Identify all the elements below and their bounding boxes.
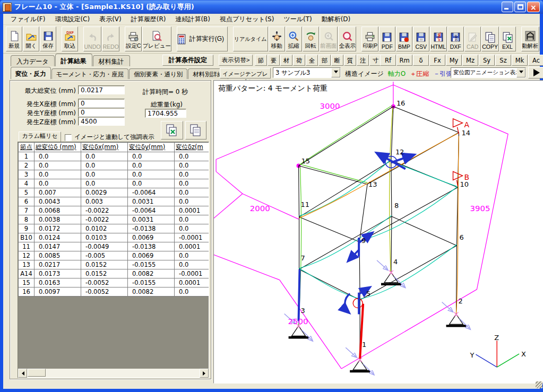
table-row[interactable]: 60.00430.0030.00310.0 [19, 197, 210, 206]
title-bar[interactable]: フレーム10 - 立体 - [Sample1.KS10] (読み取り専用) × [0, 0, 543, 14]
table-row[interactable]: 80.0038-0.00220.00310.0 [19, 215, 210, 224]
resize-grip[interactable] [536, 381, 542, 388]
toolbar-button-import-dxf[interactable]: DXF取込 [62, 27, 78, 51]
table-row[interactable]: 30.00.00.00.0 [19, 170, 210, 179]
table-header[interactable]: 節点 [19, 143, 35, 152]
tab-result-1[interactable]: モーメント・応力・座屈 [51, 68, 129, 79]
table-row[interactable]: 120.0085-0.0050.00690.0 [19, 251, 210, 260]
toggle-Ac[interactable]: Ac [528, 55, 543, 66]
table-horizontal-scrollbar[interactable] [18, 369, 209, 378]
toolbar-button-floppy-pdf[interactable]: PDF [379, 27, 395, 51]
menu-item-ファイルF[interactable]: ファイル(F) [6, 14, 49, 25]
toggle-Rf[interactable]: Rf [380, 55, 396, 66]
copy-table-button[interactable] [185, 121, 206, 140]
toggle-Mk[interactable]: Mk [512, 55, 528, 66]
toolbar-button-hand-move[interactable]: 移動 [269, 27, 285, 51]
toolbar-button-printer[interactable]: 印刷P [361, 27, 378, 51]
tab-main-0[interactable]: 入力データ [11, 55, 55, 66]
menu-item-動解析D[interactable]: 動解析(D) [317, 14, 355, 25]
table-row[interactable]: B100.01240.01030.0069-0.0001 [19, 233, 210, 242]
toolbar-button-floppy-csv[interactable]: CSV [413, 27, 429, 51]
total-weight-field[interactable]: 1704.955 [145, 109, 186, 118]
calc-settings-button[interactable]: 計算条件設定 [162, 55, 213, 66]
toggle-全[interactable]: 全 [306, 55, 318, 66]
y-coordinate-field[interactable]: 0 [78, 108, 125, 117]
toolbar-button-printer-settings[interactable]: 設定C [125, 27, 142, 51]
tab-result-2[interactable]: 個別要素・通り別 [129, 68, 187, 79]
toolbar-button-floppy-dxf[interactable]: DXFDXF [447, 27, 464, 51]
toolbar-button-zoom-all[interactable]: 全表示 [338, 27, 356, 51]
tab-main-2[interactable]: 材料集計 [93, 55, 130, 66]
menu-item-ツールT[interactable]: ツール(T) [279, 14, 316, 25]
table-row[interactable]: 50.0070.0029-0.00640.0 [19, 188, 210, 197]
toolbar-button-calculator[interactable]: 計算実行(G) [177, 27, 228, 51]
scroll-right-button[interactable] [200, 369, 209, 378]
toggle-節[interactable]: 節 [255, 55, 267, 66]
table-row[interactable]: 160.0097-0.00520.00820.0 [19, 288, 210, 297]
toggle-荷[interactable]: 荷 [293, 55, 305, 66]
animation-mode-combo[interactable]: 変位図アニメーション表示 [451, 67, 526, 78]
tab-result-0[interactable]: 変位・反力 [11, 67, 51, 79]
toggle-質[interactable]: 質 [344, 55, 356, 66]
toolbar-button-new-document[interactable]: 新規 [6, 27, 22, 51]
toggle-Sz[interactable]: Sz [495, 55, 511, 66]
toolbar-button-excel-copy[interactable]: EXL [499, 27, 516, 51]
table-header[interactable]: 総変位δ (mm) [35, 143, 81, 152]
table-row[interactable]: 150.0163-0.0052-0.01550.0001 [19, 278, 210, 288]
max-displacement-field[interactable]: 0.0217 [78, 85, 125, 94]
menu-item-環境設定C[interactable]: 環境設定(C) [50, 14, 94, 25]
table-header[interactable]: 変位δx(mm) [81, 143, 128, 152]
menu-item-連続計算B[interactable]: 連続計算(B) [171, 14, 214, 25]
image-template-combo[interactable]: 3 サンプル3 [273, 67, 341, 78]
toggle-要[interactable]: 要 [268, 55, 280, 66]
scrollbar-thumb[interactable] [28, 369, 46, 377]
toggle-部[interactable]: 部 [318, 55, 331, 66]
table-header[interactable]: 変位δy(mm) [128, 143, 175, 152]
toolbar-button-floppy-bmp[interactable]: BMP [396, 27, 412, 51]
table-row[interactable]: A140.01730.01520.0082-0.0001 [19, 269, 210, 278]
copy-to-excel-button[interactable] [161, 121, 183, 140]
toggle-注[interactable]: 注 [357, 55, 369, 66]
table-row[interactable]: 10.00.00.00.0 [19, 152, 210, 161]
toolbar-button-save-floppy[interactable]: 保存 [40, 27, 56, 51]
toolbar-button-print-preview[interactable]: プレビュー [142, 27, 171, 51]
minimize-button[interactable] [502, 2, 513, 12]
z-coordinate-field[interactable]: 4500 [78, 117, 125, 126]
toolbar-button-floppy-html[interactable]: HTMLHTML [430, 27, 447, 51]
table-row[interactable]: 130.02170.0152-0.01550.0 [19, 260, 210, 269]
toggle-δ[interactable]: δ [413, 55, 429, 66]
link-highlight-checkbox[interactable] [65, 134, 72, 141]
toolbar-button-copy-docs[interactable]: COPY [481, 27, 499, 51]
close-button[interactable]: × [527, 2, 540, 12]
table-row[interactable]: 20.00.00.00.0 [19, 161, 210, 170]
toggle-Sy[interactable]: Sy [479, 55, 495, 66]
toggle-材[interactable]: 材 [280, 55, 292, 66]
x-coordinate-field[interactable]: 0 [78, 99, 125, 108]
tab-main-1[interactable]: 計算結果 [55, 54, 92, 66]
toggle-断[interactable]: 断 [331, 55, 343, 66]
toggle-Mz[interactable]: Mz [462, 55, 478, 66]
play-animation-button[interactable] [528, 67, 543, 79]
toolbar-button-realtime[interactable]: リアルタイム [233, 27, 268, 51]
column-width-reset-button[interactable]: カラム幅リセット [19, 132, 61, 142]
combo-dropdown-button[interactable] [516, 68, 525, 77]
table-row[interactable]: 40.00.00.00.0 [19, 179, 210, 188]
table-row[interactable]: 90.01720.0102-0.01380.0 [19, 224, 210, 233]
table-row[interactable]: 110.0147-0.0049-0.01380.0001 [19, 242, 210, 251]
toggle-My[interactable]: My [446, 55, 462, 66]
maximize-button[interactable] [514, 2, 526, 12]
image-template-button[interactable]: イメージテンプレート> [220, 68, 271, 79]
table-header[interactable]: 変位δz(m [175, 143, 210, 152]
toolbar-button-open-folder[interactable]: 開く [23, 27, 39, 51]
combo-dropdown-button[interactable] [331, 68, 340, 77]
display-toggle-button[interactable]: 表示切替> [219, 55, 253, 66]
toggle-Rm[interactable]: Rm [397, 55, 412, 66]
menu-item-計算履歴R[interactable]: 計算履歴(R) [127, 14, 170, 25]
displacement-table[interactable]: 節点総変位δ (mm)変位δx(mm)変位δy(mm)変位δz(m 10.00.… [18, 142, 209, 297]
toolbar-button-hand-rotate[interactable]: 回転 [303, 27, 319, 51]
menu-item-表示V[interactable]: 表示(V) [95, 14, 126, 25]
structure-view-panel[interactable]: 荷重パターン: 4 モーメント荷重16151413121110987654321… [213, 80, 543, 384]
table-row[interactable]: 70.0068-0.0022-0.00640.0001 [19, 206, 210, 215]
menu-item-視点プリセットS[interactable]: 視点プリセット(S) [216, 14, 278, 25]
scroll-left-button[interactable] [18, 369, 27, 378]
